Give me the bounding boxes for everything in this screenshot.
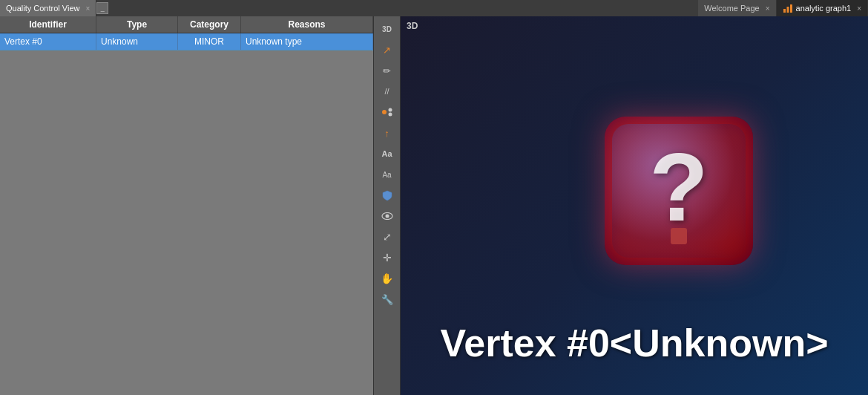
svg-rect-2 [790, 4, 792, 13]
table-header: Identifier Type Category Reasons [0, 16, 373, 33]
tool-erase[interactable]: // [378, 82, 397, 101]
svg-rect-1 [786, 7, 789, 13]
canvas-3d[interactable]: 3D ? Vertex #0<Unknown> [401, 16, 868, 395]
tool-shield[interactable] [378, 186, 397, 205]
shield-icon [382, 190, 392, 201]
tool-text-small[interactable]: Aa [378, 165, 397, 184]
tab-analytic-label: analytic graph1 [796, 4, 852, 13]
view-3d-label: 3D [407, 21, 418, 31]
tool-draw[interactable]: ✏ [378, 61, 397, 80]
tool-select[interactable]: ↗ [378, 40, 397, 59]
question-mark-container: ? [605, 117, 753, 265]
tool-hand[interactable]: ✋ [378, 269, 397, 288]
tab-analytic-graph[interactable]: analytic graph1 × [777, 0, 868, 16]
eye-icon [381, 212, 393, 220]
tab-quality-control-label: Quality Control View [6, 4, 79, 13]
toolbar: 3D ↗ ✏ // ↑ Aa Aa ⤢ ✛ ✋ 🔧 [374, 16, 401, 395]
col-header-category: Category [178, 16, 241, 33]
right-tabs: Welcome Page × analytic graph1 × [698, 0, 868, 16]
vertex-label: Vertex #0<Unknown> [440, 321, 828, 365]
tool-eye[interactable] [378, 206, 397, 226]
tab-quality-control-close[interactable]: × [85, 4, 90, 13]
graph-icon [783, 3, 793, 13]
svg-point-5 [388, 113, 392, 117]
nodes-icon [381, 107, 393, 117]
tool-wrench[interactable]: 🔧 [378, 290, 397, 309]
col-header-identifier: Identifier [0, 16, 96, 33]
tab-quality-control[interactable]: Quality Control View × [0, 0, 96, 16]
svg-point-3 [382, 110, 387, 114]
col-header-reasons: Reasons [241, 16, 373, 33]
tab-bar: Quality Control View × _ Welcome Page × … [0, 0, 868, 16]
tab-welcome-close[interactable]: × [766, 4, 770, 13]
tab-welcome-label: Welcome Page [704, 4, 759, 13]
cell-type: Unknown [96, 33, 178, 50]
question-mark-symbol: ? [649, 139, 708, 235]
tab-analytic-close[interactable]: × [857, 4, 861, 13]
tab-welcome-page[interactable]: Welcome Page × [698, 0, 776, 16]
cell-identifier: Vertex #0 [0, 33, 96, 50]
svg-point-4 [388, 108, 392, 112]
cell-category: MINOR [178, 33, 241, 50]
col-header-type: Type [96, 16, 178, 33]
tool-expand[interactable]: ⤢ [378, 227, 397, 247]
tool-3d[interactable]: 3D [378, 19, 397, 39]
right-panel: 3D ? Vertex #0<Unknown> [401, 16, 868, 395]
tool-move[interactable]: ✛ [378, 248, 397, 267]
left-panel: Identifier Type Category Reasons Vertex … [0, 16, 374, 395]
tool-nodes[interactable] [378, 102, 397, 122]
unknown-type-icon: ? [605, 117, 753, 265]
svg-point-7 [385, 215, 389, 218]
main-content: Identifier Type Category Reasons Vertex … [0, 16, 868, 395]
minimize-button[interactable]: _ [96, 2, 108, 14]
table-empty-area [0, 50, 373, 395]
tool-arrow[interactable]: ↑ [378, 123, 397, 143]
cell-reasons: Unknown type [241, 33, 373, 50]
tool-text-large[interactable]: Aa [378, 144, 397, 163]
table-row[interactable]: Vertex #0 Unknown MINOR Unknown type [0, 33, 373, 50]
svg-rect-0 [783, 9, 786, 13]
